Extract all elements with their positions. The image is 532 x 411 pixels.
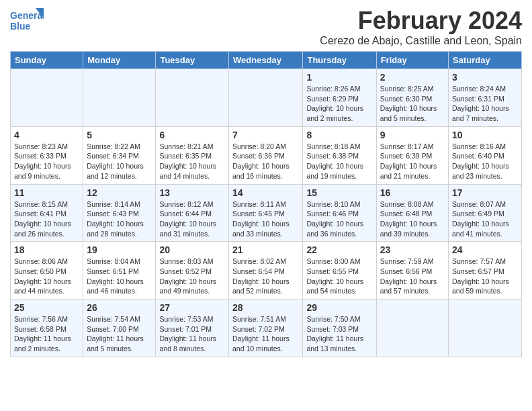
day-info: Sunrise: 8:11 AM Sunset: 6:45 PM Dayligh… xyxy=(232,199,299,239)
calendar-cell: 18Sunrise: 8:06 AM Sunset: 6:50 PM Dayli… xyxy=(11,242,83,300)
day-number: 11 xyxy=(14,187,79,198)
day-number: 20 xyxy=(159,244,225,255)
day-number: 28 xyxy=(232,302,299,313)
day-info: Sunrise: 8:08 AM Sunset: 6:48 PM Dayligh… xyxy=(380,199,445,239)
day-info: Sunrise: 8:24 AM Sunset: 6:31 PM Dayligh… xyxy=(452,84,518,124)
calendar-cell: 10Sunrise: 8:16 AM Sunset: 6:40 PM Dayli… xyxy=(449,126,522,184)
calendar-cell xyxy=(376,300,448,357)
calendar-cell: 13Sunrise: 8:12 AM Sunset: 6:44 PM Dayli… xyxy=(156,184,229,242)
weekday-header-tuesday: Tuesday xyxy=(156,52,229,69)
day-info: Sunrise: 8:17 AM Sunset: 6:39 PM Dayligh… xyxy=(380,142,445,181)
calendar-cell: 6Sunrise: 8:21 AM Sunset: 6:35 PM Daylig… xyxy=(156,126,229,184)
day-info: Sunrise: 8:26 AM Sunset: 6:29 PM Dayligh… xyxy=(306,84,372,124)
month-title: February 2024 xyxy=(320,7,522,35)
day-info: Sunrise: 8:14 AM Sunset: 6:43 PM Dayligh… xyxy=(87,199,152,239)
day-info: Sunrise: 7:57 AM Sunset: 6:57 PM Dayligh… xyxy=(452,257,518,296)
day-number: 1 xyxy=(306,72,372,83)
calendar-cell: 23Sunrise: 7:59 AM Sunset: 6:56 PM Dayli… xyxy=(376,242,448,300)
day-info: Sunrise: 8:00 AM Sunset: 6:55 PM Dayligh… xyxy=(306,257,372,296)
day-info: Sunrise: 7:53 AM Sunset: 7:01 PM Dayligh… xyxy=(159,314,225,354)
calendar-cell: 2Sunrise: 8:25 AM Sunset: 6:30 PM Daylig… xyxy=(376,69,448,127)
day-number: 17 xyxy=(452,187,518,198)
calendar-cell: 26Sunrise: 7:54 AM Sunset: 7:00 PM Dayli… xyxy=(83,300,156,357)
day-number: 7 xyxy=(232,130,299,140)
day-number: 6 xyxy=(159,130,225,140)
calendar-cell: 12Sunrise: 8:14 AM Sunset: 6:43 PM Dayli… xyxy=(83,184,156,242)
calendar-cell: 19Sunrise: 8:04 AM Sunset: 6:51 PM Dayli… xyxy=(83,242,156,300)
day-number: 24 xyxy=(452,244,518,255)
day-info: Sunrise: 8:20 AM Sunset: 6:36 PM Dayligh… xyxy=(232,142,299,181)
day-info: Sunrise: 8:07 AM Sunset: 6:49 PM Dayligh… xyxy=(452,199,518,239)
calendar-cell: 5Sunrise: 8:22 AM Sunset: 6:34 PM Daylig… xyxy=(83,126,156,184)
day-info: Sunrise: 8:12 AM Sunset: 6:44 PM Dayligh… xyxy=(159,199,225,239)
calendar-cell xyxy=(11,69,83,127)
day-info: Sunrise: 8:16 AM Sunset: 6:40 PM Dayligh… xyxy=(452,142,518,181)
calendar-cell: 22Sunrise: 8:00 AM Sunset: 6:55 PM Dayli… xyxy=(303,242,376,300)
day-info: Sunrise: 8:04 AM Sunset: 6:51 PM Dayligh… xyxy=(87,257,152,296)
calendar-cell xyxy=(156,69,229,127)
day-info: Sunrise: 8:06 AM Sunset: 6:50 PM Dayligh… xyxy=(14,257,79,296)
day-info: Sunrise: 8:25 AM Sunset: 6:30 PM Dayligh… xyxy=(380,84,445,124)
calendar-cell xyxy=(83,69,156,127)
day-info: Sunrise: 8:22 AM Sunset: 6:34 PM Dayligh… xyxy=(87,142,152,181)
calendar-header-row: SundayMondayTuesdayWednesdayThursdayFrid… xyxy=(11,52,522,69)
logo-svg: GeneralBlue xyxy=(10,7,44,34)
calendar-week-3: 11Sunrise: 8:15 AM Sunset: 6:41 PM Dayli… xyxy=(11,184,522,242)
day-number: 19 xyxy=(87,244,152,255)
calendar-cell: 28Sunrise: 7:51 AM Sunset: 7:02 PM Dayli… xyxy=(229,300,303,357)
day-info: Sunrise: 7:59 AM Sunset: 6:56 PM Dayligh… xyxy=(380,257,445,296)
day-number: 27 xyxy=(159,302,225,313)
calendar-cell: 21Sunrise: 8:02 AM Sunset: 6:54 PM Dayli… xyxy=(229,242,303,300)
calendar-cell: 24Sunrise: 7:57 AM Sunset: 6:57 PM Dayli… xyxy=(449,242,522,300)
day-number: 18 xyxy=(14,244,79,255)
day-number: 3 xyxy=(452,72,518,83)
day-number: 2 xyxy=(380,72,445,83)
day-number: 13 xyxy=(159,187,225,198)
day-info: Sunrise: 8:18 AM Sunset: 6:38 PM Dayligh… xyxy=(306,142,372,181)
day-number: 22 xyxy=(306,244,372,255)
day-number: 29 xyxy=(306,302,372,313)
calendar-cell: 16Sunrise: 8:08 AM Sunset: 6:48 PM Dayli… xyxy=(376,184,448,242)
calendar-cell: 3Sunrise: 8:24 AM Sunset: 6:31 PM Daylig… xyxy=(449,69,522,127)
page-container: GeneralBlue February 2024 Cerezo de Abaj… xyxy=(0,0,532,364)
calendar-cell: 1Sunrise: 8:26 AM Sunset: 6:29 PM Daylig… xyxy=(303,69,376,127)
day-number: 4 xyxy=(14,130,79,140)
calendar-cell: 17Sunrise: 8:07 AM Sunset: 6:49 PM Dayli… xyxy=(449,184,522,242)
day-number: 26 xyxy=(87,302,152,313)
day-info: Sunrise: 8:23 AM Sunset: 6:33 PM Dayligh… xyxy=(14,142,79,181)
calendar-cell: 25Sunrise: 7:56 AM Sunset: 6:58 PM Dayli… xyxy=(11,300,83,357)
day-number: 5 xyxy=(87,130,152,140)
day-number: 21 xyxy=(232,244,299,255)
day-number: 12 xyxy=(87,187,152,198)
day-number: 10 xyxy=(452,130,518,140)
weekday-header-friday: Friday xyxy=(376,52,448,69)
day-number: 14 xyxy=(232,187,299,198)
day-number: 25 xyxy=(14,302,79,313)
calendar-week-2: 4Sunrise: 8:23 AM Sunset: 6:33 PM Daylig… xyxy=(11,126,522,184)
calendar-cell xyxy=(229,69,303,127)
calendar-cell: 15Sunrise: 8:10 AM Sunset: 6:46 PM Dayli… xyxy=(303,184,376,242)
day-number: 16 xyxy=(380,187,445,198)
calendar-table: SundayMondayTuesdayWednesdayThursdayFrid… xyxy=(10,51,522,357)
calendar-cell: 20Sunrise: 8:03 AM Sunset: 6:52 PM Dayli… xyxy=(156,242,229,300)
calendar-cell: 14Sunrise: 8:11 AM Sunset: 6:45 PM Dayli… xyxy=(229,184,303,242)
calendar-cell: 11Sunrise: 8:15 AM Sunset: 6:41 PM Dayli… xyxy=(11,184,83,242)
day-info: Sunrise: 8:02 AM Sunset: 6:54 PM Dayligh… xyxy=(232,257,299,296)
calendar-week-1: 1Sunrise: 8:26 AM Sunset: 6:29 PM Daylig… xyxy=(11,69,522,127)
day-info: Sunrise: 7:56 AM Sunset: 6:58 PM Dayligh… xyxy=(14,314,79,354)
weekday-header-monday: Monday xyxy=(83,52,156,69)
logo: GeneralBlue xyxy=(10,7,44,34)
day-number: 23 xyxy=(380,244,445,255)
calendar-week-4: 18Sunrise: 8:06 AM Sunset: 6:50 PM Dayli… xyxy=(11,242,522,300)
location-title: Cerezo de Abajo, Castille and Leon, Spai… xyxy=(320,35,522,47)
day-info: Sunrise: 7:54 AM Sunset: 7:00 PM Dayligh… xyxy=(87,314,152,354)
weekday-header-wednesday: Wednesday xyxy=(229,52,303,69)
calendar-cell: 9Sunrise: 8:17 AM Sunset: 6:39 PM Daylig… xyxy=(376,126,448,184)
header: GeneralBlue February 2024 Cerezo de Abaj… xyxy=(10,7,522,47)
day-info: Sunrise: 8:03 AM Sunset: 6:52 PM Dayligh… xyxy=(159,257,225,296)
day-number: 15 xyxy=(306,187,372,198)
day-info: Sunrise: 8:15 AM Sunset: 6:41 PM Dayligh… xyxy=(14,199,79,239)
title-block: February 2024 Cerezo de Abajo, Castille … xyxy=(320,7,522,47)
day-info: Sunrise: 7:51 AM Sunset: 7:02 PM Dayligh… xyxy=(232,314,299,354)
calendar-cell: 29Sunrise: 7:50 AM Sunset: 7:03 PM Dayli… xyxy=(303,300,376,357)
